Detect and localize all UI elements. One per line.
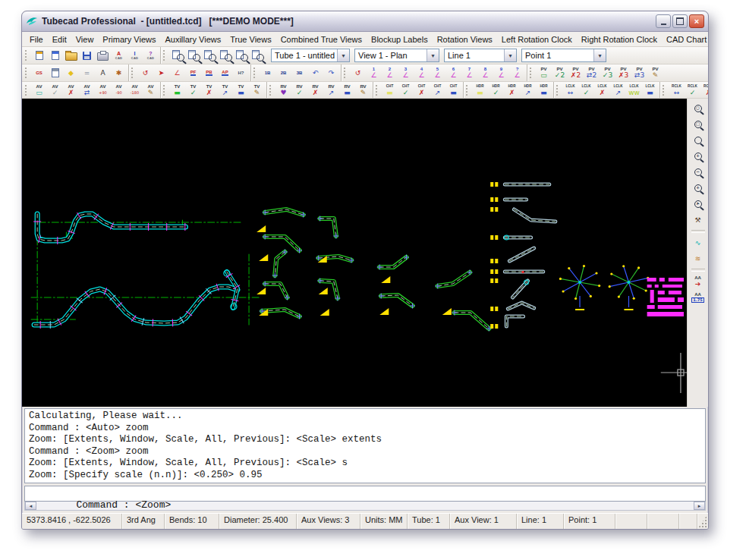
line-selector[interactable]: Line 1▾ — [444, 49, 517, 62]
tv-accept-icon[interactable]: TV✓ — [185, 83, 201, 97]
rotation-3-icon[interactable]: 3∠ — [398, 66, 414, 80]
cht-bar-icon[interactable]: CHT▬ — [445, 83, 461, 97]
toolbar-grip[interactable] — [25, 50, 29, 61]
tv-new-icon[interactable]: TV▬ — [169, 83, 185, 97]
rv-delete-icon[interactable]: RV✗ — [307, 83, 323, 97]
cht-new-icon[interactable]: CHT▬ — [382, 83, 398, 97]
rv-new-icon[interactable]: RV♥ — [275, 83, 291, 97]
rotation-8-icon[interactable]: 8∠ — [477, 66, 493, 80]
dropdown-arrow-icon[interactable]: ▾ — [593, 49, 606, 61]
menu-item-true-views[interactable]: True Views — [225, 35, 275, 44]
scroll-track[interactable] — [36, 502, 694, 510]
lclk-shift-icon[interactable]: LCLK↔ — [562, 83, 578, 97]
menu-item-file[interactable]: File — [25, 35, 48, 44]
tool-settings-icon[interactable]: ✱ — [111, 66, 127, 80]
drawing-canvas[interactable] — [22, 99, 687, 407]
av-swap-icon[interactable]: AV⇄ — [79, 83, 95, 97]
menu-item-view[interactable]: View — [71, 35, 99, 44]
cad-export-i-icon[interactable]: ICAD — [127, 49, 143, 63]
console-output[interactable]: Calculating, Please wait...Command : <Au… — [24, 408, 706, 483]
rv-bar-icon[interactable]: RV▬ — [339, 83, 355, 97]
pv-edit-icon[interactable]: PV✎ — [647, 66, 663, 80]
block-2b-icon[interactable]: 2B — [275, 66, 291, 80]
lclk-delete-icon[interactable]: LCLK✗ — [594, 83, 610, 97]
zoom-page-5-icon[interactable] — [233, 49, 249, 63]
dropdown-arrow-icon[interactable]: ▾ — [504, 49, 516, 61]
titlebar[interactable]: Tubecad Professional - [untitled.tcd] [*… — [22, 11, 708, 32]
hdr-delete-icon[interactable]: HDR✗ — [504, 83, 520, 97]
rotation-2-icon[interactable]: 2∠ — [382, 66, 398, 80]
pv-swap-3-icon[interactable]: PV⇄3 — [631, 66, 647, 80]
tube-selector[interactable]: Tube 1 - untitled▾ — [271, 49, 350, 62]
rotation-4-icon[interactable]: 4∠ — [414, 66, 430, 80]
hdr-bar-icon[interactable]: HDR▬ — [536, 83, 552, 97]
av-rotate-minus90-icon[interactable]: AV-90 — [111, 83, 127, 97]
toolbar-grip[interactable] — [663, 85, 666, 96]
tv-delete-icon[interactable]: TV✗ — [201, 83, 217, 97]
rv-edit-icon[interactable]: RV✎ — [355, 83, 371, 97]
zoom-extents-icon[interactable]: ○ — [690, 101, 707, 116]
av-rotate-plus90-icon[interactable]: AV+90 — [95, 83, 111, 97]
text-style-icon[interactable]: A — [95, 66, 111, 80]
lclk-move-icon[interactable]: LCLK↗ — [610, 83, 626, 97]
bend-display-icon[interactable]: ∿ — [690, 235, 707, 250]
rv-move-icon[interactable]: RV↗ — [323, 83, 339, 97]
minimize-button[interactable] — [656, 14, 671, 28]
block-1b-icon[interactable]: 1B — [260, 66, 275, 80]
zoom-previous-icon[interactable]: ➤ — [690, 197, 707, 212]
hdr-move-icon[interactable]: HDR↗ — [520, 83, 536, 97]
pointer-pin-icon[interactable]: ➤ — [153, 66, 169, 80]
regen-hammer-icon[interactable]: ⚒ — [690, 212, 707, 228]
cht-move-icon[interactable]: CHT↗ — [430, 83, 445, 97]
zoom-page-1-icon[interactable] — [169, 49, 185, 63]
report-icon[interactable] — [47, 66, 63, 80]
save-file-icon[interactable] — [79, 49, 95, 63]
toolbar-grip[interactable] — [269, 85, 273, 96]
toolbar-grip[interactable] — [25, 68, 29, 78]
dimension-scale-icon[interactable]: AA1.75 — [690, 290, 707, 305]
av-rotate-minus180-icon[interactable]: AV-180 — [127, 83, 143, 97]
dropdown-arrow-icon[interactable]: ▾ — [337, 49, 349, 61]
hdr-new-icon[interactable]: HDR▬ — [472, 83, 488, 97]
hdr-accept-icon[interactable]: HDR✓ — [488, 83, 504, 97]
zoom-dynamic-icon[interactable] — [690, 133, 707, 148]
menu-item-right-rotation-clock[interactable]: Right Rotation Clock — [577, 35, 662, 44]
toolbar-grip[interactable] — [253, 68, 257, 78]
maximize-button[interactable] — [672, 14, 688, 28]
close-button[interactable]: × — [689, 14, 704, 28]
zoom-page-2-icon[interactable] — [185, 49, 201, 63]
menu-item-cad-chart[interactable]: CAD Chart — [662, 35, 709, 44]
lclk-bar-icon[interactable]: LCLK▬ — [642, 83, 658, 97]
zoom-page-6-icon[interactable] — [249, 49, 265, 63]
line-display-icon[interactable]: ≋ — [690, 251, 707, 266]
gs-settings-icon[interactable]: GS — [31, 66, 47, 80]
rotate-view-icon[interactable]: ↺ — [350, 66, 366, 80]
point-selector[interactable]: Point 1▾ — [521, 49, 606, 62]
redo-icon[interactable]: ↷ — [323, 66, 339, 80]
pv-swap-2-icon[interactable]: PV⇄2 — [584, 66, 600, 80]
scroll-left-button[interactable]: ◂ — [25, 502, 36, 510]
zoom-out-icon[interactable]: − — [690, 165, 707, 180]
block-3b-icon[interactable]: 3B — [291, 66, 307, 80]
toolbar-grip[interactable] — [163, 85, 167, 96]
cht-delete-icon[interactable]: CHT✗ — [414, 83, 430, 97]
view-selector[interactable]: View 1 - Plan▾ — [354, 49, 439, 62]
menu-item-left-rotation-clock[interactable]: Left Rotation Clock — [497, 35, 577, 44]
lclk-accept-icon[interactable]: LCLK✓ — [578, 83, 594, 97]
print-icon[interactable] — [95, 49, 111, 63]
open-file-icon[interactable] — [63, 49, 79, 63]
rv-accept-icon[interactable]: RV✓ — [291, 83, 307, 97]
new-drawing-icon[interactable] — [47, 49, 63, 63]
dropdown-arrow-icon[interactable]: ▾ — [427, 49, 439, 61]
menu-item-blockup-labels[interactable]: Blockup Labels — [367, 35, 433, 44]
command-input[interactable]: Command : <Zoom> — [24, 486, 706, 502]
header-query-icon[interactable]: H? — [233, 66, 249, 80]
auto-dimension-icon[interactable]: AA➔ — [690, 274, 707, 289]
rotation-9-icon[interactable]: 9∠ — [493, 66, 509, 80]
linetype-icon[interactable]: = — [79, 66, 95, 80]
scroll-right-button[interactable]: ▸ — [694, 502, 705, 510]
pf-icon[interactable]: PF — [185, 66, 201, 80]
rclk-shift-icon[interactable]: RCLK↔ — [669, 83, 685, 97]
toolbar-grip[interactable] — [556, 85, 560, 96]
zoom-page-4-icon[interactable] — [217, 49, 233, 63]
